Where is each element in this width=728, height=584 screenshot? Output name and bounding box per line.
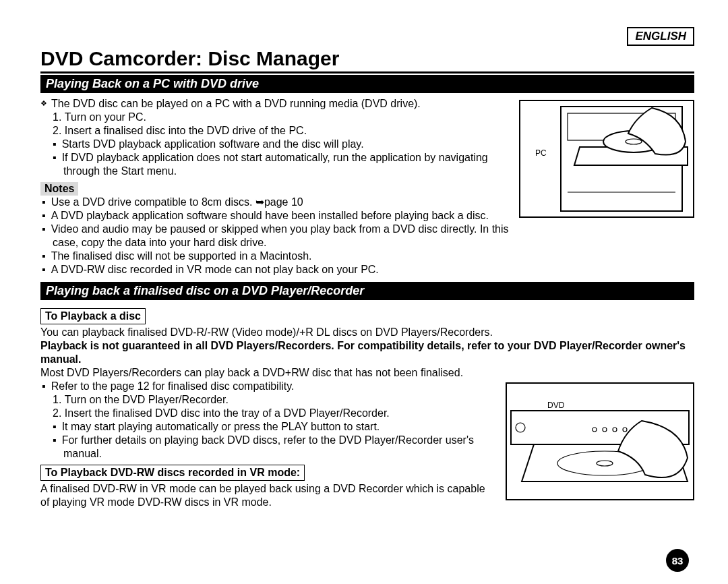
pc-illustration-label: PC	[535, 148, 547, 158]
section2-heading: Playing back a finalised disc on a DVD P…	[40, 282, 694, 300]
pc-illustration: PC	[519, 100, 694, 218]
section2-body: To Playback a disc You can playback fina…	[40, 304, 694, 509]
dvd-illustration: DVD	[506, 382, 694, 500]
section2-p1: You can playback finalised DVD-R/-RW (Vi…	[40, 326, 694, 339]
section2-p3: Most DVD Players/Recorders can play back…	[40, 366, 694, 380]
language-tag: ENGLISH	[627, 27, 694, 46]
manual-page: ENGLISH DVD Camcorder: Disc Manager Play…	[0, 0, 728, 584]
section1-note3: Video and audio may be paused or skipped…	[53, 223, 694, 250]
subheading-playback-disc: To Playback a disc	[40, 308, 146, 324]
page-number-badge: 83	[666, 549, 689, 572]
section1-note5: A DVD-RW disc recorded in VR mode can no…	[53, 263, 694, 276]
pc-drive-icon	[520, 101, 693, 216]
section2-p2: Playback is not guaranteed in all DVD Pl…	[40, 339, 694, 366]
section1-heading: Playing Back on a PC with DVD drive	[40, 75, 694, 93]
dvd-player-icon	[507, 384, 693, 499]
notes-heading: Notes	[40, 182, 78, 196]
dvd-illustration-label: DVD	[547, 401, 564, 411]
page-title: DVD Camcorder: Disc Manager	[40, 47, 694, 74]
section1-note4: The finalised disc will not be supported…	[53, 250, 694, 263]
subheading-vr-mode: To Playback DVD-RW discs recorded in VR …	[40, 465, 305, 481]
section1-body: PC The DVD disc can be played on a PC wi…	[40, 97, 694, 276]
